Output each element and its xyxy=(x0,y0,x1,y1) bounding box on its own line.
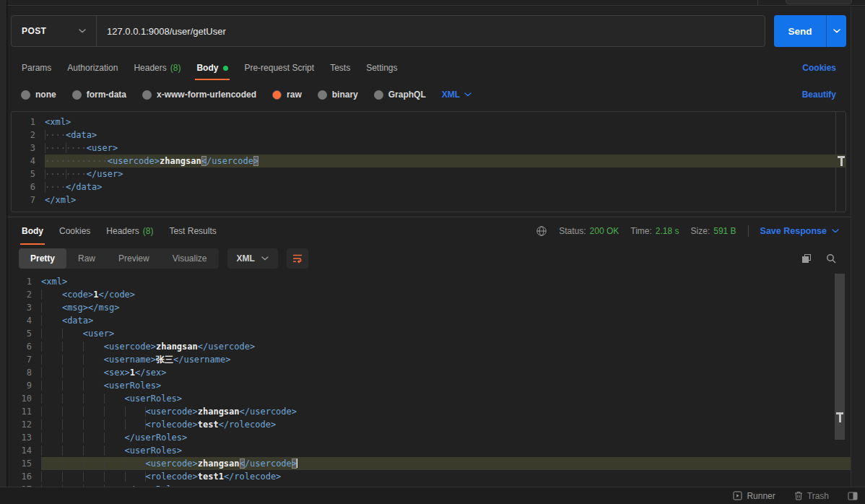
body-type-form-data[interactable]: form-data xyxy=(72,90,126,100)
code-text[interactable]: <xml> xyxy=(45,116,846,129)
body-type-none[interactable]: none xyxy=(21,90,56,100)
body-type-x-www-form-urlencoded[interactable]: x-www-form-urlencoded xyxy=(142,90,256,100)
code-text[interactable]: <usercode>zhangsan</usercode> xyxy=(41,340,851,353)
response-scrollbar[interactable] xyxy=(835,274,845,487)
code-text[interactable]: <username>张三</username> xyxy=(41,353,851,366)
send-options-caret[interactable] xyxy=(826,15,846,47)
runner-button[interactable]: Runner xyxy=(733,491,775,501)
request-tab-params[interactable]: Params xyxy=(14,56,59,80)
view-tab-preview[interactable]: Preview xyxy=(107,248,161,269)
line-number: 12 xyxy=(8,418,41,431)
body-type-graphql[interactable]: GraphQL xyxy=(374,90,426,100)
request-body-editor[interactable]: 1<xml>2····<data>3········<user>4·······… xyxy=(11,111,846,212)
size-badge: Size: 591 B xyxy=(691,226,736,236)
code-line: 10 <userRoles> xyxy=(8,392,851,405)
toggle-panel-button[interactable] xyxy=(848,492,858,500)
cursor-position-marker xyxy=(838,156,845,166)
response-tab-headers[interactable]: Headers(8) xyxy=(98,217,161,245)
code-line: 13 </userRoles> xyxy=(8,431,851,444)
code-text[interactable]: ········</user> xyxy=(45,168,846,181)
code-text[interactable]: <data> xyxy=(41,314,851,327)
cookies-link[interactable]: Cookies xyxy=(802,63,836,73)
request-tab-headers[interactable]: Headers(8) xyxy=(126,56,188,80)
code-line: 4············<usercode>zhangsan</usercod… xyxy=(12,155,846,168)
code-text[interactable]: <msg></msg> xyxy=(41,301,851,314)
radio-icon xyxy=(374,90,383,100)
response-view-row: PrettyRawPreviewVisualize XML xyxy=(8,245,851,272)
code-text[interactable]: <userRoles> xyxy=(41,379,851,392)
line-number: 2 xyxy=(12,129,45,142)
code-text[interactable]: <userRoles> xyxy=(41,444,851,457)
line-number: 2 xyxy=(8,288,41,301)
view-tab-raw[interactable]: Raw xyxy=(66,248,107,269)
code-text[interactable]: <xml> xyxy=(41,275,851,288)
body-type-options: noneform-datax-www-form-urlencodedrawbin… xyxy=(21,90,426,100)
code-text[interactable]: </xml> xyxy=(45,194,846,207)
code-text[interactable]: <userRoles> xyxy=(41,392,851,405)
code-text[interactable]: <code>1</code> xyxy=(41,288,851,301)
wrap-text-button[interactable] xyxy=(287,248,308,269)
response-format-dropdown[interactable]: XML xyxy=(227,248,278,269)
line-number: 8 xyxy=(8,366,41,379)
code-text[interactable]: <rolecode>test</rolecode> xyxy=(41,418,851,431)
save-response-button[interactable]: Save Response xyxy=(760,226,839,236)
request-tabs: ParamsAuthorizationHeaders(8)BodyPre-req… xyxy=(14,56,406,80)
body-type-raw[interactable]: raw xyxy=(272,90,302,100)
chevron-down-icon xyxy=(261,256,269,261)
trash-button[interactable]: Trash xyxy=(794,491,829,501)
panel-layout-icon xyxy=(848,492,858,500)
url-input[interactable] xyxy=(97,16,765,46)
request-tab-authorization[interactable]: Authorization xyxy=(59,56,126,80)
globe-icon xyxy=(536,225,547,237)
beautify-link[interactable]: Beautify xyxy=(802,90,836,100)
response-body-viewer[interactable]: 1<xml>2 <code>1</code>3 <msg></msg>4 <da… xyxy=(8,272,851,487)
view-tab-pretty[interactable]: Pretty xyxy=(19,248,66,269)
code-text[interactable]: ····</data> xyxy=(45,181,846,194)
search-icon xyxy=(826,253,836,264)
raw-format-label: XML xyxy=(442,90,460,100)
chevron-down-icon xyxy=(833,29,840,33)
tab-count-badge: (8) xyxy=(170,63,181,73)
tab-label: Body xyxy=(22,226,43,236)
request-tab-pre-request-script[interactable]: Pre-request Script xyxy=(236,56,322,80)
line-number: 5 xyxy=(8,327,41,340)
radio-icon xyxy=(318,90,327,100)
line-number: 13 xyxy=(8,431,41,444)
response-tab-cookies[interactable]: Cookies xyxy=(51,217,98,245)
response-tab-body[interactable]: Body xyxy=(14,217,51,245)
code-line: 6····</data> xyxy=(12,181,846,194)
search-response-button[interactable] xyxy=(823,251,839,266)
code-text[interactable]: ····<data> xyxy=(45,129,846,142)
request-tab-body[interactable]: Body xyxy=(188,56,236,80)
code-text[interactable]: <usercode>zhangsan</usercode> xyxy=(41,405,851,418)
line-number: 3 xyxy=(8,301,41,314)
code-text[interactable]: ············<usercode>zhangsan</usercode… xyxy=(45,155,846,168)
radio-label: form-data xyxy=(87,90,126,100)
code-text[interactable]: <sex>1</sex> xyxy=(41,366,851,379)
raw-format-dropdown[interactable]: XML xyxy=(442,90,471,100)
code-text[interactable]: ········<user> xyxy=(45,142,846,155)
method-label: POST xyxy=(22,26,46,36)
line-number: 1 xyxy=(8,275,41,288)
request-tab-tests[interactable]: Tests xyxy=(322,56,358,80)
code-text[interactable]: <rolecode>test1</rolecode> xyxy=(41,470,851,483)
line-number: 7 xyxy=(12,194,45,207)
code-line: 5········</user> xyxy=(12,168,846,181)
code-line: 5 <user> xyxy=(8,327,851,340)
code-line: 2 <code>1</code> xyxy=(8,288,851,301)
code-text[interactable]: <usercode>zhangsan</usercode> xyxy=(41,457,851,470)
send-button[interactable]: Send xyxy=(774,15,846,47)
request-tabs-row: ParamsAuthorizationHeaders(8)BodyPre-req… xyxy=(8,56,851,80)
request-tab-settings[interactable]: Settings xyxy=(358,56,405,80)
code-text[interactable]: </userRoles> xyxy=(41,431,851,444)
code-text[interactable]: <user> xyxy=(41,327,851,340)
response-tab-test-results[interactable]: Test Results xyxy=(161,217,224,245)
chevron-down-icon xyxy=(79,29,86,33)
tab-label: Headers xyxy=(106,226,139,236)
body-type-binary[interactable]: binary xyxy=(318,90,358,100)
editor-annotation-strip xyxy=(835,112,846,212)
line-number: 1 xyxy=(12,116,45,129)
view-tab-visualize[interactable]: Visualize xyxy=(161,248,219,269)
copy-response-button[interactable] xyxy=(799,251,814,266)
method-dropdown[interactable]: POST xyxy=(12,16,97,46)
